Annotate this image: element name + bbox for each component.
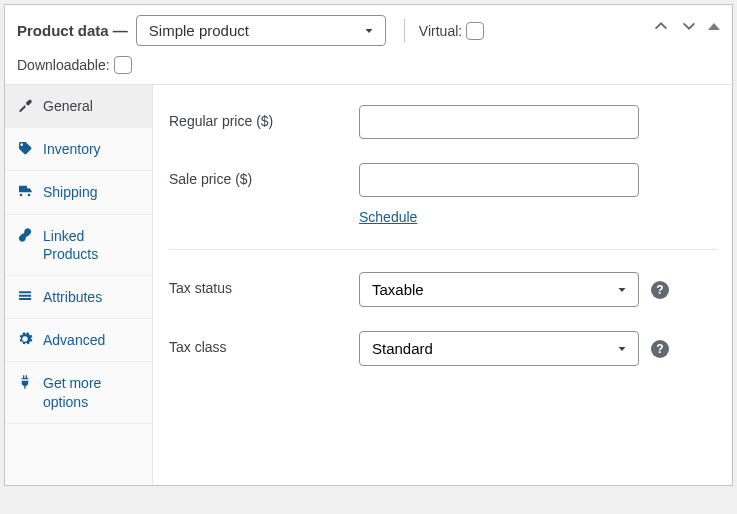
tab-inventory[interactable]: Inventory: [5, 128, 152, 171]
tab-advanced[interactable]: Advanced: [5, 319, 152, 362]
divider: [169, 249, 718, 250]
tab-content-general: Regular price ($) Sale price ($) Schedul…: [153, 85, 732, 485]
tax-class-select[interactable]: Standard: [359, 331, 639, 366]
tab-label: Attributes: [43, 288, 102, 306]
tab-label: Advanced: [43, 331, 105, 349]
panel-title: Product data —: [17, 22, 128, 39]
tab-linked-products[interactable]: Linked Products: [5, 215, 152, 276]
downloadable-checkbox[interactable]: [114, 56, 132, 74]
virtual-checkbox[interactable]: [466, 22, 484, 40]
tax-status-select[interactable]: Taxable: [359, 272, 639, 307]
tax-class-label: Tax class: [169, 331, 359, 355]
tab-attributes[interactable]: Attributes: [5, 276, 152, 319]
field-sale-price: Sale price ($) Schedule: [169, 163, 718, 225]
panel-body: General Inventory Shipping Linked Produc…: [5, 85, 732, 485]
downloadable-option: Downloadable:: [17, 56, 132, 74]
downloadable-label: Downloadable:: [17, 57, 110, 73]
header-row-2: Downloadable:: [17, 56, 720, 74]
sale-price-input[interactable]: [359, 163, 639, 197]
truck-icon: [17, 183, 33, 199]
regular-price-label: Regular price ($): [169, 105, 359, 129]
move-down-icon[interactable]: [680, 17, 698, 35]
field-tax-class: Tax class Standard ?: [169, 331, 718, 366]
field-regular-price: Regular price ($): [169, 105, 718, 139]
tax-status-label: Tax status: [169, 272, 359, 296]
tab-label: Shipping: [43, 183, 98, 201]
move-up-icon[interactable]: [652, 17, 670, 35]
toggle-panel-icon[interactable]: [708, 23, 720, 30]
link-icon: [17, 227, 33, 243]
panel-header: Product data — Simple product Virtual:: [5, 5, 732, 85]
tab-label: Linked Products: [43, 227, 140, 263]
tab-label: Inventory: [43, 140, 101, 158]
tab-general[interactable]: General: [5, 85, 152, 128]
tab-label: Get more options: [43, 374, 140, 410]
virtual-label: Virtual:: [419, 23, 462, 39]
product-type-select[interactable]: Simple product: [136, 15, 386, 46]
virtual-option: Virtual:: [419, 22, 484, 40]
field-tax-status: Tax status Taxable ?: [169, 272, 718, 307]
sidebar: General Inventory Shipping Linked Produc…: [5, 85, 153, 485]
separator: [404, 19, 405, 43]
gear-icon: [17, 331, 33, 347]
product-data-panel: Product data — Simple product Virtual:: [4, 4, 733, 486]
sale-price-label: Sale price ($): [169, 163, 359, 187]
help-icon[interactable]: ?: [651, 340, 669, 358]
schedule-link[interactable]: Schedule: [359, 209, 417, 225]
tag-icon: [17, 140, 33, 156]
help-icon[interactable]: ?: [651, 281, 669, 299]
tab-shipping[interactable]: Shipping: [5, 171, 152, 214]
tab-label: General: [43, 97, 93, 115]
plug-icon: [17, 374, 33, 390]
list-icon: [17, 288, 33, 304]
wrench-icon: [17, 97, 33, 113]
panel-header-controls: [652, 17, 720, 35]
regular-price-input[interactable]: [359, 105, 639, 139]
product-type-select-wrap: Simple product: [136, 15, 386, 46]
tab-get-more-options[interactable]: Get more options: [5, 362, 152, 423]
